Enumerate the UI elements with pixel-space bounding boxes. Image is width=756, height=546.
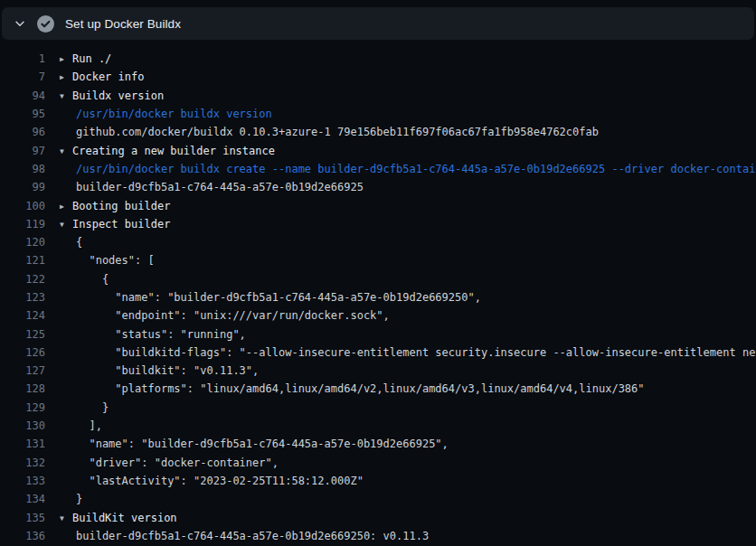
log-line: 131 "name": "builder-d9cfb5a1-c764-445a-…: [0, 435, 756, 453]
line-number[interactable]: 132: [0, 457, 45, 469]
log-output-text: "nodes": [: [60, 254, 155, 267]
line-number[interactable]: 95: [0, 108, 45, 120]
group-expanded-icon[interactable]: ▼: [60, 221, 72, 229]
log-output-text: "buildkit": "v0.11.3",: [60, 364, 259, 377]
group-title: Inspect builder: [72, 218, 170, 231]
log-output-text: "driver": "docker-container",: [60, 457, 279, 469]
line-number[interactable]: 124: [0, 309, 45, 322]
log-line: 129 }: [0, 399, 756, 417]
log-output-text: "platforms": "linux/amd64,linux/amd64/v2…: [60, 382, 645, 395]
log-output-text: }: [60, 401, 109, 414]
line-number[interactable]: 133: [0, 475, 45, 487]
group-collapsed-icon[interactable]: ▶: [60, 73, 72, 81]
log-line: 97▼Creating a new builder instance: [0, 141, 756, 159]
log-body: 1▶Run ./7▶Docker info94▼Buildx version95…: [0, 40, 756, 545]
log-output-text: ],: [60, 419, 102, 432]
log-command-text: /usr/bin/docker buildx version: [60, 108, 272, 120]
step-title: Set up Docker Buildx: [65, 17, 181, 31]
log-group-toggle[interactable]: ▼BuildKit version: [60, 512, 177, 524]
log-output-text: "status": "running",: [60, 328, 246, 341]
line-number[interactable]: 98: [0, 163, 45, 175]
log-group-toggle[interactable]: ▶Booting builder: [60, 200, 170, 212]
group-collapsed-icon[interactable]: ▶: [60, 55, 72, 63]
log-group-toggle[interactable]: ▶Docker info: [60, 71, 144, 83]
line-number[interactable]: 99: [0, 181, 45, 193]
line-number[interactable]: 134: [0, 493, 45, 505]
line-number[interactable]: 130: [0, 419, 45, 432]
line-number[interactable]: 7: [0, 71, 45, 83]
line-number[interactable]: 126: [0, 346, 45, 359]
group-title: Run ./: [72, 52, 111, 65]
line-number[interactable]: 127: [0, 364, 45, 377]
log-output-text: {: [60, 273, 109, 286]
line-number[interactable]: 123: [0, 291, 45, 304]
log-line: 119▼Inspect builder: [0, 215, 756, 233]
line-number[interactable]: 96: [0, 126, 45, 138]
log-line: 126 "buildkitd-flags": "--allow-insecure…: [0, 344, 756, 362]
log-group-toggle[interactable]: ▼Creating a new builder instance: [60, 145, 275, 157]
log-line: 135▼BuildKit version: [0, 508, 756, 526]
log-output-text: builder-d9cfb5a1-c764-445a-a57e-0b19d2e6…: [60, 181, 364, 193]
log-line: 120{: [0, 233, 756, 251]
log-line: 1▶Run ./: [0, 50, 756, 68]
line-number[interactable]: 94: [0, 89, 45, 102]
group-title: Booting builder: [72, 200, 170, 212]
group-title: Creating a new builder instance: [72, 145, 275, 157]
line-number[interactable]: 122: [0, 273, 45, 286]
log-line: 99builder-d9cfb5a1-c764-445a-a57e-0b19d2…: [0, 178, 756, 196]
log-group-toggle[interactable]: ▶Run ./: [60, 52, 111, 65]
log-group-toggle[interactable]: ▼Inspect builder: [60, 218, 170, 231]
log-group-toggle[interactable]: ▼Buildx version: [60, 89, 164, 102]
line-number[interactable]: 97: [0, 145, 45, 157]
log-command-text: /usr/bin/docker buildx create --name bui…: [60, 163, 756, 175]
group-expanded-icon[interactable]: ▼: [60, 514, 72, 522]
line-number[interactable]: 120: [0, 236, 45, 249]
log-line: 7▶Docker info: [0, 68, 756, 86]
log-line: 133 "lastActivity": "2023-02-25T11:58:12…: [0, 472, 756, 490]
log-output-text: github.com/docker/buildx 0.10.3+azure-1 …: [60, 126, 599, 138]
log-line: 123 "name": "builder-d9cfb5a1-c764-445a-…: [0, 288, 756, 306]
log-output-text: {: [60, 236, 82, 249]
log-output-text: "name": "builder-d9cfb5a1-c764-445a-a57e…: [60, 291, 481, 304]
chevron-down-icon[interactable]: [13, 16, 27, 31]
log-line: 136builder-d9cfb5a1-c764-445a-a57e-0b19d…: [0, 527, 756, 545]
log-line: 95/usr/bin/docker buildx version: [0, 105, 756, 123]
log-output-text: }: [60, 493, 82, 505]
line-number[interactable]: 1: [0, 52, 45, 65]
line-number[interactable]: 100: [0, 200, 45, 212]
group-title: Docker info: [72, 71, 144, 83]
line-number[interactable]: 119: [0, 218, 45, 231]
step-header[interactable]: Set up Docker Buildx: [2, 7, 754, 40]
log-line: 130 ],: [0, 417, 756, 435]
group-title: Buildx version: [72, 89, 164, 102]
group-collapsed-icon[interactable]: ▶: [60, 202, 72, 211]
line-number[interactable]: 129: [0, 401, 45, 414]
log-line: 121 "nodes": [: [0, 251, 756, 269]
line-number[interactable]: 128: [0, 382, 45, 395]
log-line: 98/usr/bin/docker buildx create --name b…: [0, 160, 756, 178]
log-output-text: "lastActivity": "2023-02-25T11:58:12.000…: [60, 475, 364, 487]
log-output-text: "buildkitd-flags": "--allow-insecure-ent…: [60, 346, 756, 359]
check-circle-icon: [36, 14, 54, 33]
log-output-text: "endpoint": "unix:///var/run/docker.sock…: [60, 309, 390, 322]
log-line: 127 "buildkit": "v0.11.3",: [0, 362, 756, 380]
log-line: 128 "platforms": "linux/amd64,linux/amd6…: [0, 380, 756, 398]
log-line: 134}: [0, 490, 756, 508]
log-output-text: builder-d9cfb5a1-c764-445a-a57e-0b19d2e6…: [60, 530, 429, 542]
log-line: 125 "status": "running",: [0, 325, 756, 343]
group-title: BuildKit version: [72, 512, 177, 524]
line-number[interactable]: 131: [0, 438, 45, 450]
line-number[interactable]: 125: [0, 328, 45, 341]
log-line: 94▼Buildx version: [0, 87, 756, 105]
log-line: 96github.com/docker/buildx 0.10.3+azure-…: [0, 123, 756, 141]
log-line: 100▶Booting builder: [0, 196, 756, 214]
log-line: 122 {: [0, 270, 756, 288]
line-number[interactable]: 135: [0, 512, 45, 524]
group-expanded-icon[interactable]: ▼: [60, 147, 72, 155]
line-number[interactable]: 121: [0, 254, 45, 267]
log-line: 132 "driver": "docker-container",: [0, 454, 756, 472]
line-number[interactable]: 136: [0, 530, 45, 542]
group-expanded-icon[interactable]: ▼: [60, 92, 72, 100]
log-output-text: "name": "builder-d9cfb5a1-c764-445a-a57e…: [60, 438, 449, 450]
log-line: 124 "endpoint": "unix:///var/run/docker.…: [0, 306, 756, 325]
